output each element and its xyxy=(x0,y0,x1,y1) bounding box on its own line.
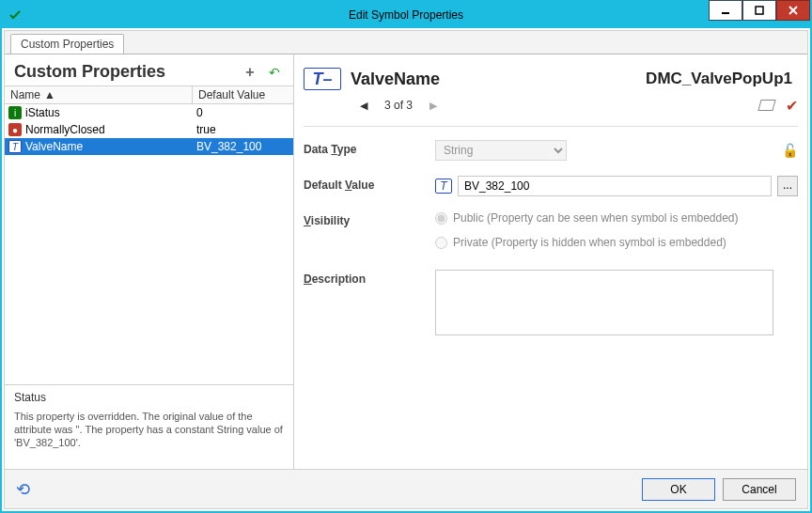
default-value-input[interactable] xyxy=(458,176,772,196)
row-description: Description xyxy=(304,270,798,335)
property-type-icon: T– xyxy=(304,68,341,90)
prop-name-cell: iStatus xyxy=(25,106,60,119)
eraser-icon[interactable] xyxy=(757,100,775,111)
table-row[interactable]: iiStatus 0 xyxy=(5,104,293,121)
pager: ◀ 3 of 3 ▶ ✔ xyxy=(360,96,798,115)
prop-value-cell: 0 xyxy=(193,106,293,119)
description-textarea[interactable] xyxy=(435,270,773,335)
add-property-button[interactable]: + xyxy=(241,63,259,82)
table-row-selected[interactable]: TValveName BV_382_100 xyxy=(5,138,293,155)
radio-private-label: Private (Property is hidden when symbol … xyxy=(453,236,726,249)
row-visibility: Visibility Public (Property can be seen … xyxy=(304,211,798,255)
left-panel: Custom Properties + ↶ Name ▲ Default Val… xyxy=(5,54,294,469)
status-title: Status xyxy=(14,391,284,404)
tab-strip: Custom Properties xyxy=(5,31,807,54)
grid-header: Name ▲ Default Value xyxy=(5,86,293,104)
dialog-window: Edit Symbol Properties Custom Properties… xyxy=(0,0,812,513)
col-name-label: Name xyxy=(10,88,40,101)
radio-private[interactable]: Private (Property is hidden when symbol … xyxy=(435,236,798,249)
text-type-icon: T xyxy=(435,179,452,194)
label-visibility: Visibility xyxy=(304,211,435,227)
data-type-select[interactable]: String xyxy=(435,140,567,161)
app-icon xyxy=(8,8,23,23)
title-bar[interactable]: Edit Symbol Properties xyxy=(2,2,810,28)
split-body: Custom Properties + ↶ Name ▲ Default Val… xyxy=(5,54,807,469)
window-title: Edit Symbol Properties xyxy=(2,8,810,22)
browse-button[interactable]: ... xyxy=(777,176,798,196)
prop-value-cell: BV_382_100 xyxy=(193,140,293,153)
col-header-default[interactable]: Default Value xyxy=(193,86,293,103)
prop-value-cell: true xyxy=(193,123,293,136)
status-icon: i xyxy=(8,106,22,119)
label-data-type: Data Type xyxy=(304,140,435,156)
row-default-value: Default Value T ... xyxy=(304,176,798,196)
closed-icon: ● xyxy=(8,123,22,136)
minimize-button[interactable] xyxy=(709,0,742,21)
left-heading: Custom Properties xyxy=(14,62,235,82)
label-default-value: Default Value xyxy=(304,176,435,192)
prop-name-cell: NormallyClosed xyxy=(25,123,105,136)
client-area: Custom Properties Custom Properties + ↶ … xyxy=(4,30,808,509)
close-button[interactable] xyxy=(776,0,810,21)
text-type-icon: T xyxy=(8,140,22,153)
left-header: Custom Properties + ↶ xyxy=(5,54,293,86)
ok-button[interactable]: OK xyxy=(642,478,715,501)
prop-name-cell: ValveName xyxy=(25,140,83,153)
prev-button[interactable]: ◀ xyxy=(360,100,367,112)
footer: ⟲ OK Cancel xyxy=(5,469,807,508)
radio-public[interactable]: Public (Property can be seen when symbol… xyxy=(435,211,798,225)
radio-private-input[interactable] xyxy=(435,237,447,249)
radio-public-input[interactable] xyxy=(435,212,447,225)
right-header: T– ValveName DMC_ValvePopUp1 xyxy=(304,60,798,98)
revert-button[interactable]: ↶ xyxy=(265,63,284,82)
table-row[interactable]: ●NormallyClosed true xyxy=(5,121,293,138)
status-body: This property is overridden. The origina… xyxy=(14,410,284,449)
cancel-button[interactable]: Cancel xyxy=(723,478,796,501)
sort-asc-icon: ▲ xyxy=(44,88,55,101)
radio-public-label: Public (Property can be seen when symbol… xyxy=(453,211,739,225)
separator xyxy=(304,126,798,127)
status-panel: Status This property is overridden. The … xyxy=(5,384,293,469)
lock-icon: 🔓 xyxy=(782,143,798,158)
tab-custom-properties[interactable]: Custom Properties xyxy=(10,34,124,54)
symbol-name: DMC_ValvePopUp1 xyxy=(646,70,792,88)
col-header-name[interactable]: Name ▲ xyxy=(5,86,193,103)
svg-rect-1 xyxy=(756,7,763,14)
label-description: Description xyxy=(304,270,435,286)
help-button[interactable]: ⟲ xyxy=(16,479,30,500)
window-controls xyxy=(709,2,810,28)
grid-body[interactable]: iiStatus 0 ●NormallyClosed true TValveNa… xyxy=(5,104,293,384)
maximize-button[interactable] xyxy=(742,0,776,21)
right-panel: T– ValveName DMC_ValvePopUp1 ◀ 3 of 3 ▶ … xyxy=(294,54,807,469)
apply-check-icon[interactable]: ✔ xyxy=(786,97,798,115)
property-name: ValveName xyxy=(351,70,440,89)
next-button[interactable]: ▶ xyxy=(429,100,437,112)
row-data-type: Data Type String 🔓 xyxy=(304,140,798,161)
pager-text: 3 of 3 xyxy=(384,99,413,112)
